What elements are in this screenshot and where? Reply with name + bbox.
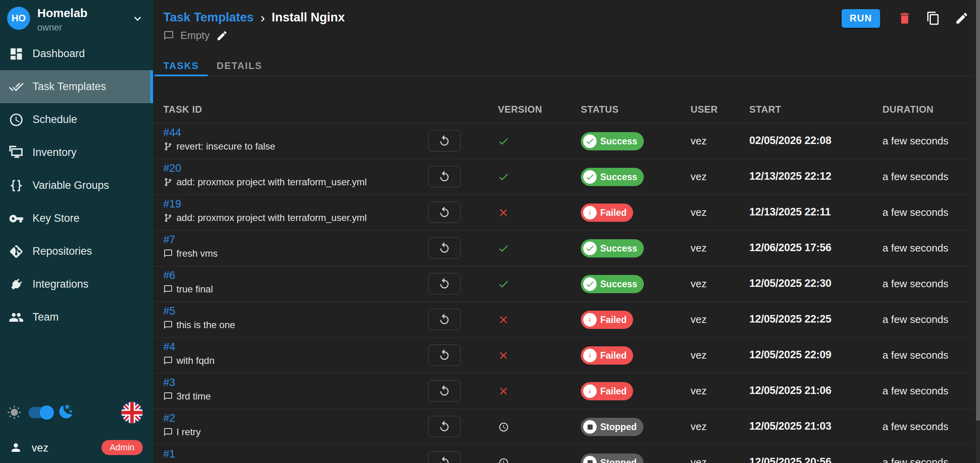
rerun-task-button[interactable] bbox=[428, 130, 461, 152]
task-id-link[interactable]: #7 bbox=[163, 234, 175, 246]
status-icon bbox=[583, 384, 597, 398]
tab-details[interactable]: DETAILS bbox=[208, 56, 271, 76]
stop-icon bbox=[588, 425, 593, 430]
task-version bbox=[493, 242, 514, 255]
project-name: Homelab bbox=[37, 6, 88, 20]
sidebar-item-inventory[interactable]: Inventory bbox=[0, 136, 153, 169]
task-note-text: I retry bbox=[176, 426, 201, 438]
task-id-link[interactable]: #6 bbox=[163, 269, 175, 282]
copy-button[interactable] bbox=[926, 11, 940, 25]
rerun-task-button[interactable] bbox=[428, 202, 461, 223]
dashboard-icon bbox=[9, 46, 24, 61]
task-note-text: with fqdn bbox=[176, 355, 214, 366]
task-rows: #44 revert: insecure to false Success ve… bbox=[153, 123, 972, 463]
sidebar-item-label: Key Store bbox=[33, 212, 80, 225]
user-row[interactable]: vez Admin bbox=[0, 436, 153, 459]
status-icon bbox=[583, 134, 597, 148]
info-icon bbox=[585, 208, 595, 217]
replay-icon bbox=[438, 134, 451, 147]
sidebar-item-variable-groups[interactable]: Variable Groups bbox=[0, 169, 153, 202]
run-button[interactable]: RUN bbox=[842, 9, 880, 28]
chevron-down-icon[interactable] bbox=[131, 12, 144, 25]
theme-toggle[interactable] bbox=[29, 407, 53, 418]
status-label: Success bbox=[600, 279, 637, 290]
task-note-text: fresh vms bbox=[176, 248, 218, 259]
task-start: 12/05/2025 20:56 bbox=[749, 456, 831, 463]
rerun-task-button[interactable] bbox=[428, 273, 461, 294]
status-badge: Stopped bbox=[581, 418, 643, 436]
table-row: #44 revert: insecure to false Success ve… bbox=[153, 123, 972, 159]
task-id-link[interactable]: #1 bbox=[163, 448, 175, 460]
scrollbar-thumb[interactable] bbox=[976, 0, 980, 421]
task-version bbox=[493, 349, 514, 362]
edit-button[interactable] bbox=[955, 11, 969, 25]
task-user: vez bbox=[691, 242, 706, 254]
breadcrumb-link-task-templates[interactable]: Task Templates bbox=[163, 10, 254, 25]
sidebar-item-task-templates[interactable]: Task Templates bbox=[0, 70, 153, 103]
task-start: 12/13/2025 22:11 bbox=[749, 206, 831, 218]
table-row: #7 fresh vms Success vez 12/06/2025 17:5… bbox=[153, 231, 972, 266]
task-duration: a few seconds bbox=[882, 242, 948, 254]
task-id-link[interactable]: #2 bbox=[163, 412, 175, 425]
status-label: Failed bbox=[600, 315, 626, 325]
rerun-task-button[interactable] bbox=[428, 309, 461, 330]
status-label: Failed bbox=[600, 386, 626, 397]
status-label: Failed bbox=[600, 350, 626, 361]
page-title: Install Nginx bbox=[272, 10, 345, 25]
sidebar-item-label: Team bbox=[33, 311, 59, 323]
copy-icon bbox=[926, 11, 940, 25]
theme-toggle-thumb[interactable] bbox=[40, 405, 54, 420]
table-row: #4 with fqdn Failed vez 12/05/2025 22:09… bbox=[153, 338, 972, 373]
task-id-link[interactable]: #20 bbox=[163, 162, 181, 175]
sidebar-item-label: Variable Groups bbox=[33, 179, 109, 192]
replay-icon bbox=[438, 277, 451, 290]
sidebar-item-dashboard[interactable]: Dashboard bbox=[0, 37, 153, 70]
column-header-task-id: TASK ID bbox=[163, 104, 202, 115]
task-duration: a few seconds bbox=[882, 349, 948, 361]
column-header-user: USER bbox=[691, 104, 718, 115]
info-icon bbox=[585, 386, 595, 396]
task-id-link[interactable]: #19 bbox=[163, 198, 181, 210]
sidebar-item-schedule[interactable]: Schedule bbox=[0, 103, 153, 136]
task-note: true final bbox=[163, 284, 213, 295]
delete-button[interactable] bbox=[898, 11, 912, 25]
scrollbar[interactable] bbox=[976, 0, 980, 463]
task-id-link[interactable]: #3 bbox=[163, 377, 175, 389]
people-icon bbox=[9, 310, 24, 325]
task-id-link[interactable]: #5 bbox=[163, 305, 175, 317]
replay-icon bbox=[438, 242, 451, 254]
app-root: HO Homelab owner Dashboard Task Template… bbox=[0, 0, 980, 463]
task-id-link[interactable]: #44 bbox=[163, 127, 181, 139]
check-icon bbox=[498, 278, 509, 290]
language-flag-button[interactable] bbox=[121, 402, 143, 423]
rerun-task-button[interactable] bbox=[428, 416, 461, 437]
sidebar-item-integrations[interactable]: Integrations bbox=[0, 268, 153, 301]
task-duration: a few seconds bbox=[882, 385, 948, 397]
status-label: Success bbox=[600, 136, 637, 147]
check-icon bbox=[498, 242, 509, 254]
rerun-task-button[interactable] bbox=[428, 166, 461, 187]
edit-description-button[interactable] bbox=[216, 30, 228, 42]
tab-tasks[interactable]: TASKS bbox=[155, 56, 208, 76]
task-duration: a few seconds bbox=[882, 421, 948, 433]
sidebar-item-key-store[interactable]: Key Store bbox=[0, 202, 153, 235]
sidebar-item-repositories[interactable]: Repositories bbox=[0, 235, 153, 268]
task-user: vez bbox=[691, 456, 706, 463]
table-row: #6 true final Success vez 12/05/2025 22:… bbox=[153, 266, 972, 302]
task-note-text: this is the one bbox=[176, 319, 235, 330]
sidebar-item-label: Schedule bbox=[33, 113, 77, 126]
task-version bbox=[493, 134, 514, 148]
sidebar-item-team[interactable]: Team bbox=[0, 301, 153, 334]
table-row: #19 add: proxmox project with terraform_… bbox=[153, 195, 972, 231]
rerun-task-button[interactable] bbox=[428, 237, 461, 259]
task-start: 12/06/2025 17:56 bbox=[749, 242, 831, 254]
project-switcher[interactable]: HO Homelab owner bbox=[0, 0, 153, 37]
plug-icon bbox=[9, 277, 24, 292]
rerun-task-button[interactable] bbox=[428, 380, 461, 402]
rerun-task-button[interactable] bbox=[428, 451, 461, 463]
status-icon bbox=[583, 349, 597, 362]
rerun-task-button[interactable] bbox=[428, 344, 461, 366]
status-label: Stopped bbox=[600, 457, 637, 463]
task-note: this is the one bbox=[163, 319, 235, 330]
task-id-link[interactable]: #4 bbox=[163, 341, 175, 353]
